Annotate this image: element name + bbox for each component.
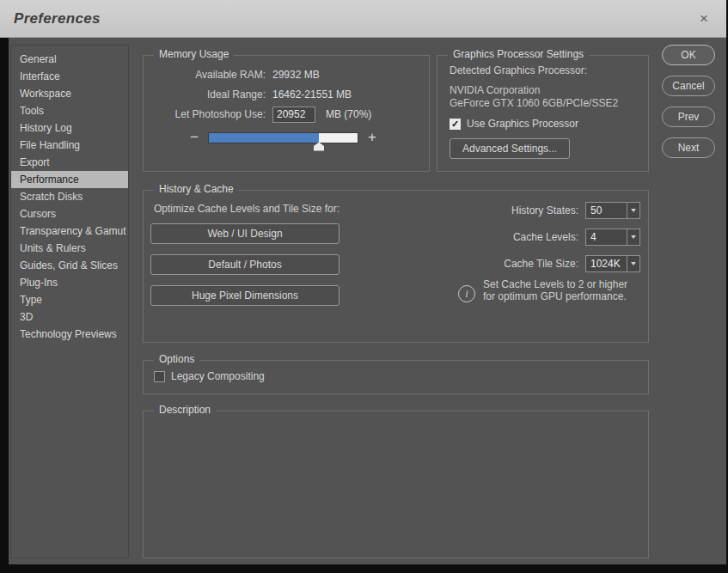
preset-default-photos-button[interactable]: Default / Photos	[150, 254, 340, 275]
let-photoshop-use-label: Let Photoshop Use:	[144, 108, 272, 120]
gpu-vendor: NVIDIA Corporation	[450, 84, 636, 97]
memory-slider-row: − +	[144, 129, 429, 146]
cache-tile-size-select[interactable]: 1024K	[585, 255, 640, 272]
sidebar-item-scratch-disks[interactable]: Scratch Disks	[11, 188, 128, 205]
cache-levels-label: Cache Levels:	[450, 231, 585, 243]
sidebar-item-workspace[interactable]: Workspace	[11, 85, 128, 102]
history-cache-panel: History & Cache Optimize Cache Levels an…	[143, 190, 649, 343]
memory-usage-panel: Memory Usage Available RAM: 29932 MB Ide…	[143, 55, 430, 172]
info-icon: i	[458, 285, 475, 302]
optimize-cache-label: Optimize Cache Levels and Tile Size for:	[154, 203, 340, 215]
memory-slider[interactable]	[208, 132, 358, 143]
use-gpu-row: Use Graphics Processor	[450, 118, 636, 130]
cache-levels-tip: i Set Cache Levels to 2 or higher for op…	[458, 277, 658, 302]
sidebar-item-history-log[interactable]: History Log	[11, 119, 128, 137]
sidebar-item-interface[interactable]: Interface	[11, 68, 128, 85]
memory-percent-label: MB (70%)	[326, 108, 371, 120]
sidebar-item-units-rulers[interactable]: Units & Rulers	[11, 240, 128, 257]
sidebar-item-tools[interactable]: Tools	[11, 102, 128, 119]
next-button[interactable]: Next	[662, 137, 715, 158]
sidebar-item-transparency-gamut[interactable]: Transparency & Gamut	[11, 222, 128, 240]
tip-line-1: Set Cache Levels to 2 or higher	[483, 278, 627, 290]
legacy-compositing-checkbox[interactable]	[154, 371, 165, 382]
description-legend: Description	[154, 404, 216, 416]
use-gpu-checkbox[interactable]	[450, 119, 461, 130]
sidebar-item-type[interactable]: Type	[11, 291, 128, 308]
cache-levels-value: 4	[586, 229, 627, 245]
prev-button[interactable]: Prev	[662, 107, 715, 127]
memory-increase-button[interactable]: +	[363, 129, 382, 146]
sidebar-item-file-handling[interactable]: File Handling	[11, 137, 128, 154]
cache-tile-size-label: Cache Tile Size:	[450, 258, 585, 270]
ideal-range-row: Ideal Range: 16462-21551 MB	[144, 86, 429, 103]
cache-presets: Web / UI Design Default / Photos Huge Pi…	[150, 223, 340, 316]
preferences-dialog: General Interface Workspace Tools Histor…	[9, 38, 726, 564]
chevron-down-icon	[627, 229, 639, 245]
available-ram-label: Available RAM:	[144, 69, 272, 81]
sidebar-item-general[interactable]: General	[11, 51, 128, 68]
memory-usage-legend: Memory Usage	[154, 48, 234, 60]
available-ram-row: Available RAM: 29932 MB	[144, 66, 429, 83]
options-panel: Options Legacy Compositing	[143, 360, 649, 394]
dialog-title: Preferences	[14, 10, 101, 27]
description-panel: Description	[143, 411, 649, 558]
dialog-actions: OK Cancel Prev Next	[662, 45, 715, 168]
preset-web-ui-design-button[interactable]: Web / UI Design	[150, 223, 340, 244]
photoshop-background: Preferences × General Interface Workspac…	[0, 0, 728, 573]
graphics-processor-legend: Graphics Processor Settings	[448, 48, 589, 60]
memory-slider-thumb[interactable]	[314, 143, 324, 151]
graphics-processor-panel: Graphics Processor Settings Detected Gra…	[437, 55, 649, 172]
history-states-value: 50	[586, 203, 627, 218]
available-ram-value: 29932 MB	[272, 69, 320, 81]
sidebar-item-guides-grid-slices[interactable]: Guides, Grid & Slices	[11, 257, 128, 274]
cache-levels-select[interactable]: 4	[585, 229, 640, 246]
dialog-titlebar[interactable]: Preferences ×	[0, 0, 726, 38]
legacy-compositing-label: Legacy Compositing	[171, 370, 265, 382]
ideal-range-value: 16462-21551 MB	[272, 88, 352, 101]
history-states-label: History States:	[450, 204, 585, 216]
chevron-down-icon	[627, 256, 639, 271]
memory-decrease-button[interactable]: −	[185, 129, 204, 146]
cache-tile-size-value: 1024K	[586, 256, 627, 271]
cancel-button[interactable]: Cancel	[662, 76, 715, 96]
legacy-compositing-row: Legacy Compositing	[154, 370, 265, 382]
preset-huge-pixel-dimensions-button[interactable]: Huge Pixel Dimensions	[150, 285, 340, 306]
ok-button[interactable]: OK	[662, 45, 715, 65]
cache-settings: History States: 50 Cache Levels: 4 Cache…	[450, 201, 640, 281]
tip-line-2: for optimum GPU performance.	[483, 290, 627, 302]
chevron-down-icon	[627, 203, 639, 218]
sidebar-item-technology-previews[interactable]: Technology Previews	[11, 326, 128, 343]
sidebar-item-3d[interactable]: 3D	[11, 308, 128, 326]
sidebar-item-export[interactable]: Export	[11, 154, 128, 171]
history-states-select[interactable]: 50	[585, 202, 640, 219]
ideal-range-label: Ideal Range:	[144, 88, 272, 101]
sidebar-item-performance[interactable]: Performance	[11, 171, 128, 188]
memory-slider-fill	[209, 133, 319, 143]
options-legend: Options	[154, 353, 199, 365]
advanced-settings-button[interactable]: Advanced Settings...	[450, 138, 570, 159]
use-gpu-label: Use Graphics Processor	[467, 118, 578, 130]
gpu-model: GeForce GTX 1060 6GB/PCIe/SSE2	[450, 97, 636, 110]
cache-levels-row: Cache Levels: 4	[450, 228, 640, 247]
preferences-sidebar: General Interface Workspace Tools Histor…	[10, 45, 129, 558]
cache-tile-size-row: Cache Tile Size: 1024K	[450, 254, 640, 273]
sidebar-item-cursors[interactable]: Cursors	[11, 205, 128, 222]
history-cache-legend: History & Cache	[154, 183, 239, 195]
close-button[interactable]: ×	[695, 11, 713, 26]
detected-gpu-label: Detected Graphics Processor:	[450, 64, 636, 76]
sidebar-item-plug-ins[interactable]: Plug-Ins	[11, 274, 128, 291]
history-states-row: History States: 50	[450, 201, 640, 220]
let-photoshop-use-row: Let Photoshop Use: MB (70%)	[144, 106, 429, 123]
memory-amount-input[interactable]	[272, 107, 315, 123]
